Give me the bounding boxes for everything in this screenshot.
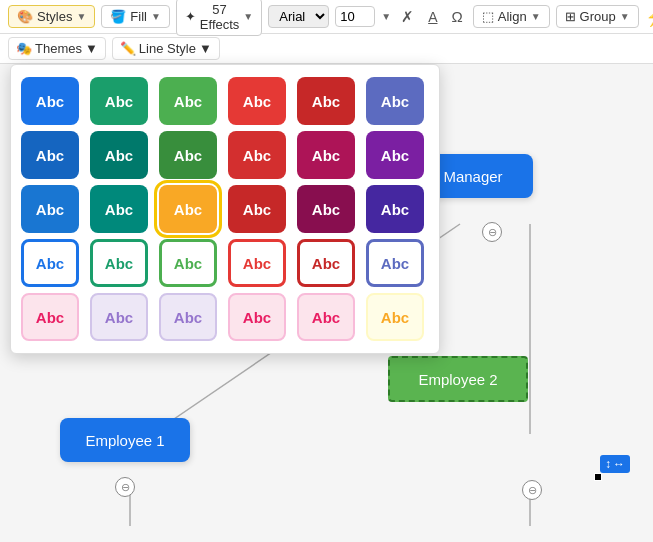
style-cell-text: Abc <box>174 93 202 110</box>
warning-icon[interactable]: ⚡ <box>645 6 653 28</box>
styles-button[interactable]: 🎨 Styles ▼ <box>8 5 95 28</box>
style-cell-r4-c0[interactable]: Abc <box>21 293 79 341</box>
style-cell-r1-c5[interactable]: Abc <box>366 131 424 179</box>
style-cell-r4-c3[interactable]: Abc <box>228 293 286 341</box>
align-icon: ⬚ <box>482 9 494 24</box>
toolbar-row1: 🎨 Styles ▼ 🪣 Fill ▼ ✦ 57 Effects ▼ Arial… <box>0 0 653 34</box>
style-cell-r0-c1[interactable]: Abc <box>90 77 148 125</box>
style-cell-text: Abc <box>243 255 271 272</box>
style-cell-r2-c2[interactable]: Abc <box>159 185 217 233</box>
employee1-node[interactable]: Employee 1 <box>60 418 190 462</box>
style-cell-text: Abc <box>312 309 340 326</box>
align-label: Align <box>498 9 527 24</box>
style-cell-text: Abc <box>243 93 271 110</box>
style-cell-text: Abc <box>36 93 64 110</box>
style-cell-text: Abc <box>312 201 340 218</box>
style-cell-r3-c1[interactable]: Abc <box>90 239 148 287</box>
strikethrough-icon[interactable]: ✗ <box>397 6 418 28</box>
effects-chevron: ▼ <box>243 11 253 22</box>
toolbar-row2: 🎭 Themes ▼ ✏️ Line Style ▼ <box>0 34 653 64</box>
themes-icon: 🎭 <box>16 41 32 56</box>
style-cell-text: Abc <box>105 147 133 164</box>
style-cell-r0-c2[interactable]: Abc <box>159 77 217 125</box>
style-cell-r0-c4[interactable]: Abc <box>297 77 355 125</box>
special-char-icon[interactable]: Ω <box>448 6 467 27</box>
employee1-label: Employee 1 <box>85 432 164 449</box>
style-cell-r2-c1[interactable]: Abc <box>90 185 148 233</box>
style-cell-r4-c4[interactable]: Abc <box>297 293 355 341</box>
fill-icon: 🪣 <box>110 9 126 24</box>
style-cell-text: Abc <box>174 201 202 218</box>
font-size-chevron[interactable]: ▼ <box>381 11 391 22</box>
style-cell-r1-c4[interactable]: Abc <box>297 131 355 179</box>
themes-chevron: ▼ <box>85 41 98 56</box>
style-cell-text: Abc <box>105 201 133 218</box>
style-cell-r2-c3[interactable]: Abc <box>228 185 286 233</box>
employee1-connector-bottom[interactable]: ⊖ <box>115 477 135 497</box>
style-cell-text: Abc <box>36 147 64 164</box>
handle-br[interactable] <box>594 473 602 481</box>
style-cell-r3-c3[interactable]: Abc <box>228 239 286 287</box>
effects-label: 57 Effects <box>200 2 240 32</box>
styles-icon: 🎨 <box>17 9 33 24</box>
line-style-icon: ✏️ <box>120 41 136 56</box>
style-cell-text: Abc <box>243 201 271 218</box>
style-cell-text: Abc <box>105 309 133 326</box>
style-cell-text: Abc <box>243 147 271 164</box>
effects-star-icon: ✦ <box>185 9 196 24</box>
style-cell-text: Abc <box>36 201 64 218</box>
line-style-chevron: ▼ <box>199 41 212 56</box>
fill-label: Fill <box>130 9 147 24</box>
font-select[interactable]: Arial <box>268 5 329 28</box>
style-cell-r3-c5[interactable]: Abc <box>366 239 424 287</box>
underline-icon[interactable]: A <box>424 7 441 27</box>
themes-button[interactable]: 🎭 Themes ▼ <box>8 37 106 60</box>
style-cell-text: Abc <box>36 255 64 272</box>
style-cell-r0-c0[interactable]: Abc <box>21 77 79 125</box>
employee2-label: Employee 2 <box>418 371 497 388</box>
style-cell-text: Abc <box>381 93 409 110</box>
line-style-button[interactable]: ✏️ Line Style ▼ <box>112 37 220 60</box>
style-cell-text: Abc <box>105 93 133 110</box>
style-cell-r1-c2[interactable]: Abc <box>159 131 217 179</box>
style-cell-r2-c4[interactable]: Abc <box>297 185 355 233</box>
style-cell-r1-c3[interactable]: Abc <box>228 131 286 179</box>
resize-icon: ↔ <box>613 457 625 471</box>
fill-chevron: ▼ <box>151 11 161 22</box>
style-cell-r3-c4[interactable]: Abc <box>297 239 355 287</box>
style-cell-text: Abc <box>174 147 202 164</box>
group-button[interactable]: ⊞ Group ▼ <box>556 5 639 28</box>
style-cell-r4-c1[interactable]: Abc <box>90 293 148 341</box>
font-size-input[interactable] <box>335 6 375 27</box>
style-cell-r4-c2[interactable]: Abc <box>159 293 217 341</box>
style-cell-text: Abc <box>312 255 340 272</box>
style-cell-r2-c0[interactable]: Abc <box>21 185 79 233</box>
effects-button[interactable]: ✦ 57 Effects ▼ <box>176 0 262 36</box>
line-style-label: Line Style <box>139 41 196 56</box>
node-action-bar[interactable]: ↕ ↔ <box>600 455 630 473</box>
employee2-connector-bottom[interactable]: ⊖ <box>522 480 542 500</box>
manager-label: Manager <box>443 168 502 185</box>
manager-connector-bottom[interactable]: ⊖ <box>482 222 502 242</box>
style-cell-text: Abc <box>381 147 409 164</box>
style-cell-r0-c5[interactable]: Abc <box>366 77 424 125</box>
style-cell-r1-c0[interactable]: Abc <box>21 131 79 179</box>
toolbar-right: ✗ A Ω ⬚ Align ▼ ⊞ Group ▼ ⚡ <box>397 5 653 28</box>
style-cell-text: Abc <box>381 309 409 326</box>
style-cell-r4-c5[interactable]: Abc <box>366 293 424 341</box>
style-cell-r3-c2[interactable]: Abc <box>159 239 217 287</box>
align-button[interactable]: ⬚ Align ▼ <box>473 5 550 28</box>
styles-label: Styles <box>37 9 72 24</box>
themes-label: Themes <box>35 41 82 56</box>
style-cell-text: Abc <box>174 309 202 326</box>
employee2-node[interactable]: Employee 2 <box>388 356 528 402</box>
style-cell-r0-c3[interactable]: Abc <box>228 77 286 125</box>
style-cell-text: Abc <box>243 309 271 326</box>
style-cell-r3-c0[interactable]: Abc <box>21 239 79 287</box>
group-chevron: ▼ <box>620 11 630 22</box>
style-cell-r2-c5[interactable]: Abc <box>366 185 424 233</box>
style-cell-r1-c1[interactable]: Abc <box>90 131 148 179</box>
style-cell-text: Abc <box>312 147 340 164</box>
fill-button[interactable]: 🪣 Fill ▼ <box>101 5 170 28</box>
align-chevron: ▼ <box>531 11 541 22</box>
